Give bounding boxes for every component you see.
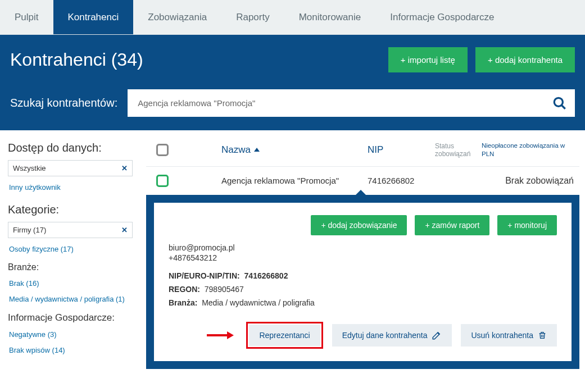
sidebar-heading-branches: Branże:	[8, 262, 133, 272]
add-contractor-button[interactable]: + dodaj kontrahenta	[475, 47, 575, 72]
sidebar: Dostęp do danych: Wszystkie ✕ Inny użytk…	[0, 130, 140, 376]
col-name-sort[interactable]: Nazwa	[221, 144, 368, 156]
tab-informacje[interactable]: Informacje Gospodarcze	[375, 0, 509, 34]
caret-up-icon	[355, 190, 366, 195]
select-all-checkbox[interactable]	[156, 144, 169, 156]
col-status-label: Status zobowiązań	[435, 142, 482, 158]
edit-contractor-button[interactable]: Edytuj dane kontrahenta	[332, 324, 452, 347]
nip-value: 7416266802	[244, 271, 288, 280]
search-input[interactable]	[128, 89, 575, 117]
col-unpaid-label: Nieopłacone zobowiązania w PLN	[482, 142, 577, 158]
branch-label: Branża:	[169, 298, 197, 307]
branch-value: Media / wydawnictwa / poligrafia	[202, 298, 315, 307]
filter-label: Wszystkie	[13, 164, 46, 172]
filter-branch-media[interactable]: Media / wydawnictwa / poligrafia (1)	[8, 291, 133, 307]
nip-label: NIP/EURO-NIP/TIN:	[169, 271, 240, 280]
edit-label: Edytuj dane kontrahenta	[342, 331, 428, 340]
edit-icon	[432, 330, 442, 340]
col-name-label: Nazwa	[221, 144, 251, 156]
filter-access-all[interactable]: Wszystkie ✕	[8, 160, 133, 176]
tab-pulpit[interactable]: Pulpit	[0, 0, 53, 34]
svg-point-0	[554, 98, 563, 106]
close-icon[interactable]: ✕	[121, 164, 128, 172]
filter-info-none[interactable]: Brak wpisów (14)	[8, 343, 133, 358]
filter-label: Firmy (17)	[13, 226, 46, 234]
svg-line-1	[561, 105, 565, 109]
filter-category-firms[interactable]: Firmy (17) ✕	[8, 222, 133, 238]
top-tabs: Pulpit Kontrahenci Zobowiązania Raporty …	[0, 0, 585, 35]
add-obligation-button[interactable]: + dodaj zobowiązanie	[311, 215, 407, 235]
import-list-button[interactable]: + importuj listę	[388, 47, 468, 72]
content: Nazwa NIP Status zobowiązań Nieopłacone …	[140, 130, 585, 376]
cell-nip: 7416266802	[368, 176, 435, 185]
cell-unpaid: Brak zobowiązań	[482, 176, 577, 186]
sidebar-heading-info: Informacje Gospodarcze:	[8, 312, 133, 323]
filter-access-other[interactable]: Inny użytkownik	[8, 180, 133, 195]
regon-label: REGON:	[169, 285, 200, 294]
monitor-button[interactable]: + monitoruj	[497, 215, 557, 235]
sidebar-heading-categories: Kategorie:	[8, 203, 133, 216]
delete-label: Usuń kontrahenta	[471, 331, 533, 340]
filter-category-persons[interactable]: Osoby fizyczne (17)	[8, 241, 133, 257]
row-detail-panel: + dodaj zobowiązanie + zamów raport + mo…	[146, 195, 579, 369]
regon-value: 798905467	[205, 285, 244, 294]
cell-name: Agencja reklamowa "Promocja"	[221, 176, 368, 185]
tab-monitorowanie[interactable]: Monitorowanie	[284, 0, 376, 34]
close-icon[interactable]: ✕	[121, 226, 128, 234]
filter-branch-none[interactable]: Brak (16)	[8, 276, 133, 291]
row-checkbox[interactable]	[156, 175, 169, 187]
trash-icon	[538, 330, 547, 340]
page-header: Kontrahenci (34) + importuj listę + doda…	[0, 35, 585, 130]
search-icon[interactable]	[552, 96, 567, 111]
detail-email: biuro@promocja.pl	[169, 243, 557, 252]
order-report-button[interactable]: + zamów raport	[415, 215, 489, 235]
filter-info-negative[interactable]: Negatywne (3)	[8, 327, 133, 343]
delete-contractor-button[interactable]: Usuń kontrahenta	[461, 324, 557, 347]
representatives-button[interactable]: Reprezentanci	[249, 325, 320, 346]
detail-phone: +4876543212	[169, 253, 557, 262]
col-nip-label[interactable]: NIP	[368, 144, 435, 156]
page-title: Kontrahenci (34)	[10, 49, 143, 70]
search-label: Szukaj kontrahentów:	[10, 97, 117, 110]
tab-raporty[interactable]: Raporty	[221, 0, 284, 34]
tab-zobowiazania[interactable]: Zobowiązania	[133, 0, 221, 34]
sort-asc-icon	[254, 148, 260, 152]
svg-marker-3	[227, 331, 234, 339]
table-header: Nazwa NIP Status zobowiązań Nieopłacone …	[146, 137, 579, 166]
tab-kontrahenci[interactable]: Kontrahenci	[53, 0, 134, 34]
highlight-annotation: Reprezentanci	[246, 322, 323, 349]
arrow-right-icon	[206, 330, 234, 340]
sidebar-heading-access: Dostęp do danych:	[8, 142, 133, 154]
